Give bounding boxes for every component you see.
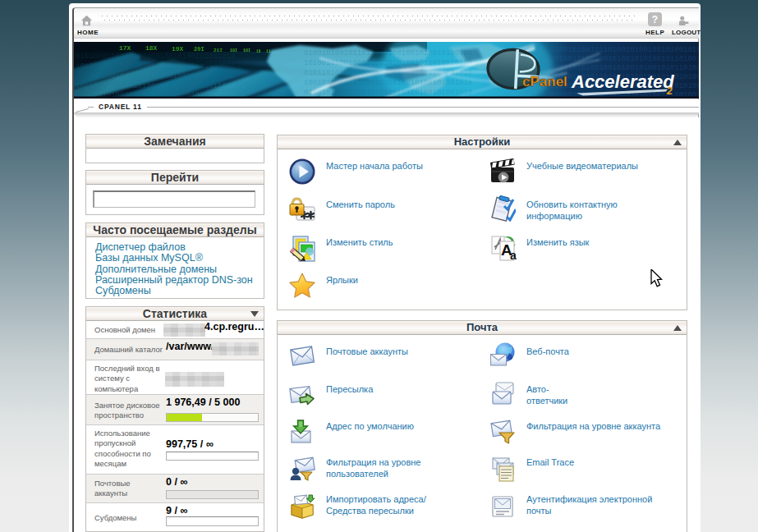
svg-text:cPanel: cPanel xyxy=(522,74,567,89)
svg-text:11: 11 xyxy=(266,49,271,53)
svg-text:18X: 18X xyxy=(145,44,158,52)
svg-text:010010100101101001010010010100: 0100101001011010010100100101001010010100… xyxy=(550,46,699,54)
svg-text:2: 2 xyxy=(666,85,673,97)
svg-text:19X: 19X xyxy=(172,45,184,53)
svg-text:21I: 21I xyxy=(214,48,223,53)
svg-text:a: a xyxy=(510,249,517,262)
svg-text:101001010010010100101010010110: 1010010100100101001010100101101001010010… xyxy=(550,55,699,63)
svg-text:010010100101101001010010010100: 01001010010110100101001001010010100101 xyxy=(304,49,472,57)
svg-text:10I: 10I xyxy=(243,48,250,53)
svg-text:?: ? xyxy=(652,14,658,25)
svg-text:010010100101001010100101101001: 01001010010100101010010110100101001010 xyxy=(304,89,472,97)
svg-text:Accelerated: Accelerated xyxy=(571,71,674,92)
svg-text:10: 10 xyxy=(256,49,261,53)
svg-text:17X: 17X xyxy=(119,44,131,52)
svg-text:20I: 20I xyxy=(194,46,204,53)
svg-text:10I: 10I xyxy=(230,48,237,53)
